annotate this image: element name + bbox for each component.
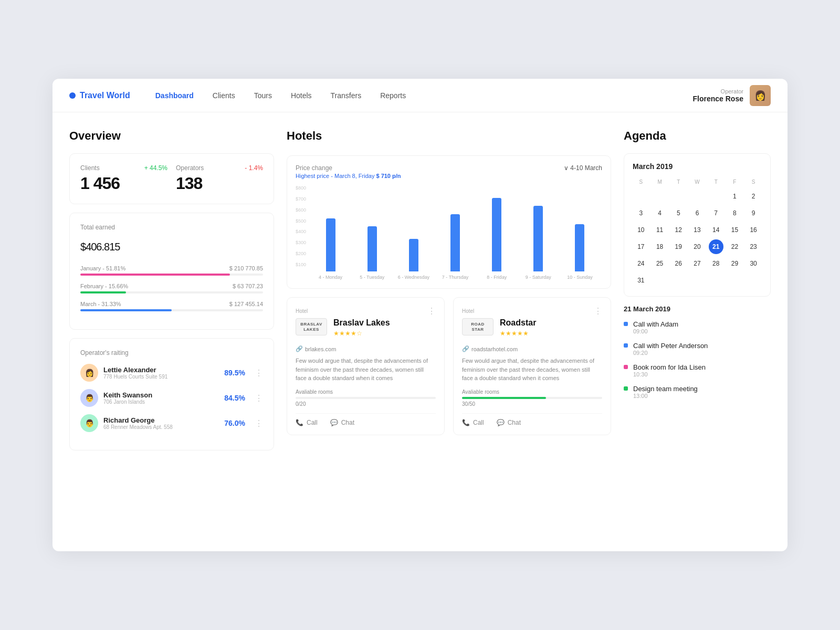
agenda-time-0: 09:00 <box>633 328 678 334</box>
hotel-card-roadstar: Hotel ⋮ ROADSTAR Roadstar ★★★★★ 🔗 roadst <box>453 297 611 435</box>
bar-tuesday: 5 - Tuesday <box>354 198 390 280</box>
cal-day-11[interactable]: 11 <box>653 223 667 237</box>
nav-dashboard[interactable]: Dashboard <box>155 89 194 102</box>
cal-day-3[interactable]: 3 <box>634 206 648 220</box>
february-bar-label: February - 15.66% $ 63 707.23 <box>80 283 263 289</box>
cal-day-26[interactable]: 26 <box>671 256 686 271</box>
bar-friday: 8 - Friday <box>479 198 515 280</box>
hotel-menu-braslav[interactable]: ⋮ <box>427 306 436 316</box>
cal-day-19[interactable]: 19 <box>671 239 686 254</box>
february-bar-track <box>80 291 263 293</box>
user-name: Florence Rose <box>693 94 743 103</box>
cal-day-17[interactable]: 17 <box>634 239 648 254</box>
call-button-braslav[interactable]: 📞 Call <box>296 419 318 426</box>
hotel-link-braslav[interactable]: 🔗 brlakes.com <box>296 345 436 352</box>
call-button-roadstar[interactable]: 📞 Call <box>462 419 484 426</box>
cal-day-13[interactable]: 13 <box>690 223 705 237</box>
cal-day-7[interactable]: 7 <box>709 206 723 220</box>
cal-day-18[interactable]: 18 <box>653 239 667 254</box>
nav-transfers[interactable]: Transfers <box>331 89 362 102</box>
agenda-color-3 <box>624 386 628 391</box>
logo-dot <box>69 92 76 99</box>
cal-day-15[interactable]: 15 <box>727 223 742 237</box>
hotel-logo-row-roadstar: Hotel ⋮ <box>462 306 602 316</box>
march-bar-track <box>80 309 263 311</box>
cal-day-empty <box>746 273 761 288</box>
cal-day-29[interactable]: 29 <box>727 256 742 271</box>
cal-day-16[interactable]: 16 <box>746 223 761 237</box>
cal-day-21-today[interactable]: 21 <box>709 239 723 254</box>
operator-menu-2[interactable]: ⋮ <box>255 418 263 428</box>
header: Travel World Dashboard Clients Tours Hot… <box>52 79 788 112</box>
cal-day-31[interactable]: 31 <box>634 273 648 288</box>
hotel-link-roadstar[interactable]: 🔗 roadstarhotel.com <box>462 345 602 352</box>
hotel-stars-braslav: ★★★★☆ <box>333 330 390 337</box>
nav-hotels[interactable]: Hotels <box>291 89 312 102</box>
logo[interactable]: Travel World <box>69 91 130 100</box>
cal-day-8[interactable]: 8 <box>727 206 742 220</box>
cal-day-28[interactable]: 28 <box>709 256 723 271</box>
nav-tours[interactable]: Tours <box>254 89 272 102</box>
february-bar-row: February - 15.66% $ 63 707.23 <box>80 283 263 293</box>
agenda-item-2: Book room for Ida Lisen 10:30 <box>624 363 771 377</box>
cal-day-2[interactable]: 2 <box>746 189 761 204</box>
hotel-name-braslav: Braslav Lakes <box>333 318 390 328</box>
chart-subtitle: Highest price - March 8, Friday $ 710 p/… <box>296 173 401 179</box>
agenda-color-0 <box>624 322 628 326</box>
cal-day-6[interactable]: 6 <box>690 206 705 220</box>
user-info: Operator Florence Rose 👩 <box>693 85 771 106</box>
agenda-title-1: Call with Peter Anderson <box>633 342 708 350</box>
avatar-img: 👩 <box>750 85 771 106</box>
hotel-menu-roadstar[interactable]: ⋮ <box>594 306 602 316</box>
cal-day-4[interactable]: 4 <box>653 206 667 220</box>
cal-header-m: M <box>652 177 668 187</box>
cal-day-12[interactable]: 12 <box>671 223 686 237</box>
cal-day-25[interactable]: 25 <box>653 256 667 271</box>
cal-day-22[interactable]: 22 <box>727 239 742 254</box>
bar-chart-container: $800 $700 $600 $500 $400 $300 $200 $100 … <box>296 185 602 280</box>
cal-day-empty <box>690 273 705 288</box>
cal-day-1[interactable]: 1 <box>727 189 742 204</box>
bar-col-monday <box>326 218 335 271</box>
agenda-section: Agenda March 2019 S M T W T F S <box>624 129 771 459</box>
operator-info-0: Lettie Alexander 778 Huels Courts Suite … <box>103 366 219 380</box>
rating-title: Operator's raiting <box>80 349 263 356</box>
nav-clients[interactable]: Clients <box>213 89 235 102</box>
cal-day-empty <box>671 273 686 288</box>
agenda-content-1: Call with Peter Anderson 09:20 <box>633 342 708 356</box>
price-chart-card: Price change Highest price - March 8, Fr… <box>287 155 611 289</box>
operator-info-2: Richard George 68 Renner Meadows Apt. 55… <box>103 416 219 430</box>
avatar[interactable]: 👩 <box>750 85 771 106</box>
cal-header-f: F <box>727 177 743 187</box>
operator-menu-0[interactable]: ⋮ <box>255 368 263 378</box>
chat-button-braslav[interactable]: 💬 Chat <box>330 419 354 426</box>
hotel-type-roadstar: Hotel <box>462 308 474 314</box>
cal-day-9[interactable]: 9 <box>746 206 761 220</box>
cal-day-empty <box>671 189 686 204</box>
date-filter[interactable]: ∨ 4-10 March <box>564 164 602 172</box>
agenda-color-2 <box>624 365 628 369</box>
agenda-time-3: 13:00 <box>633 393 698 399</box>
cal-day-14[interactable]: 14 <box>709 223 723 237</box>
operator-menu-1[interactable]: ⋮ <box>255 393 263 403</box>
clients-value: 1 456 <box>80 174 167 193</box>
agenda-time-1: 09:20 <box>633 350 708 356</box>
hotels-header: Hotels <box>287 129 611 153</box>
logo-accent: World <box>107 91 130 100</box>
agenda-content-3: Design team meeting 13:00 <box>633 385 698 399</box>
cal-day-24[interactable]: 24 <box>634 256 648 271</box>
room-count-roadstar: 30/50 <box>462 401 602 407</box>
bar-monday: 4 - Monday <box>312 198 349 280</box>
cal-day-empty <box>709 273 723 288</box>
chat-button-roadstar[interactable]: 💬 Chat <box>497 419 521 426</box>
cal-day-20[interactable]: 20 <box>690 239 705 254</box>
cal-day-10[interactable]: 10 <box>634 223 648 237</box>
operator-address-0: 778 Huels Courts Suite 591 <box>103 374 219 380</box>
cal-day-30[interactable]: 30 <box>746 256 761 271</box>
cal-day-27[interactable]: 27 <box>690 256 705 271</box>
nav-reports[interactable]: Reports <box>380 89 406 102</box>
february-bar-fill <box>80 291 126 293</box>
cal-day-5[interactable]: 5 <box>671 206 686 220</box>
total-earned-value: $406.815 <box>80 235 263 255</box>
cal-day-23[interactable]: 23 <box>746 239 761 254</box>
